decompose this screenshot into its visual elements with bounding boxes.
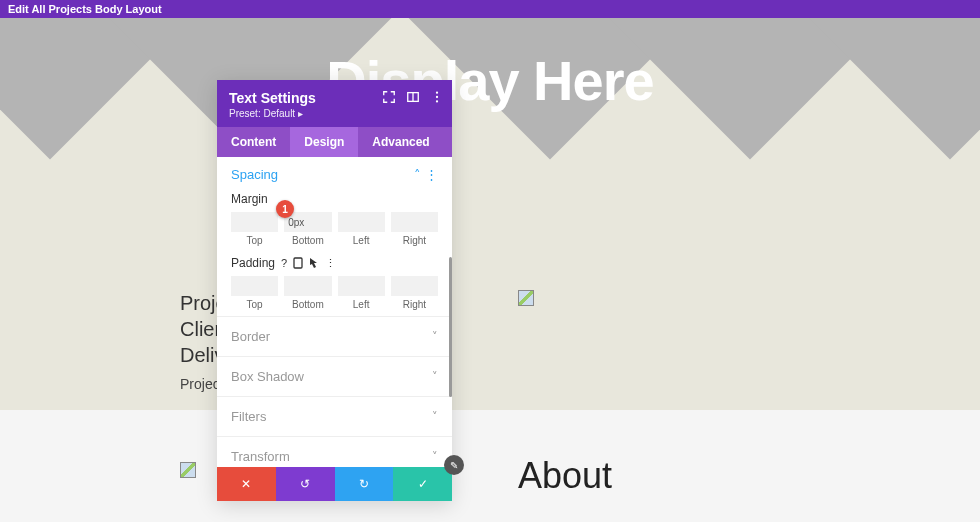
annotation-marker-1: 1 (276, 200, 294, 218)
top-bar-title: Edit All Projects Body Layout (8, 3, 162, 15)
modal-footer: ✕ ↺ ↻ ✓ (217, 467, 452, 501)
padding-top-label: Top (231, 299, 278, 310)
modal-header-icons (382, 90, 444, 104)
padding-top-input[interactable] (231, 276, 278, 296)
chevron-up-icon: ˄ ⋮ (414, 167, 438, 182)
check-icon: ✓ (418, 477, 428, 491)
margin-right-input[interactable] (391, 212, 438, 232)
edit-badge[interactable]: ✎ (444, 455, 464, 475)
hover-icon[interactable] (309, 257, 319, 269)
tab-advanced[interactable]: Advanced (358, 127, 443, 157)
spacing-section-header[interactable]: Spacing ˄ ⋮ (217, 157, 452, 188)
help-icon[interactable]: ? (281, 257, 287, 269)
margin-right-label: Right (391, 235, 438, 246)
padding-right-input[interactable] (391, 276, 438, 296)
box-shadow-label: Box Shadow (231, 369, 304, 384)
padding-bottom-input[interactable] (284, 276, 331, 296)
chevron-down-icon: ˅ (432, 370, 438, 383)
broken-image-icon (518, 290, 534, 306)
margin-left-cell: ⧉ Left (338, 212, 385, 246)
padding-right-label: Right (391, 299, 438, 310)
border-section[interactable]: Border ˅ (217, 316, 452, 356)
modal-preset[interactable]: Preset: Default ▸ (229, 108, 440, 119)
filters-section[interactable]: Filters ˅ (217, 396, 452, 436)
filters-label: Filters (231, 409, 266, 424)
padding-bottom-label: Bottom (284, 299, 331, 310)
preview-icon[interactable] (406, 90, 420, 104)
margin-bottom-label: Bottom (284, 235, 331, 246)
svg-point-4 (436, 100, 438, 102)
margin-bottom-cell: Bottom (284, 212, 331, 246)
mobile-icon[interactable] (293, 257, 303, 269)
chevron-down-icon: ˅ (432, 450, 438, 463)
chevron-down-icon: ˅ (432, 330, 438, 343)
cancel-button[interactable]: ✕ (217, 467, 276, 501)
tab-design[interactable]: Design (290, 127, 358, 157)
transform-label: Transform (231, 449, 290, 464)
margin-left-label: Left (338, 235, 385, 246)
padding-top-cell: ⧉ Top (231, 276, 278, 310)
kebab-icon[interactable]: ⋮ (325, 257, 336, 270)
svg-rect-5 (294, 258, 302, 268)
pencil-icon: ✎ (450, 460, 458, 471)
box-shadow-section[interactable]: Box Shadow ˅ (217, 356, 452, 396)
save-button[interactable]: ✓ (393, 467, 452, 501)
undo-button[interactable]: ↺ (276, 467, 335, 501)
padding-left-cell: ⧉ Left (338, 276, 385, 310)
redo-icon: ↻ (359, 477, 369, 491)
redo-button[interactable]: ↻ (335, 467, 394, 501)
top-bar: Edit All Projects Body Layout (0, 0, 980, 18)
svg-point-2 (436, 91, 438, 93)
undo-icon: ↺ (300, 477, 310, 491)
margin-top-label: Top (231, 235, 278, 246)
padding-label-row: Padding ? ⋮ (217, 252, 452, 274)
chevron-down-icon: ˅ (432, 410, 438, 423)
hero-section: Display Here (0, 18, 980, 248)
modal-tabs: Content Design Advanced (217, 127, 452, 157)
svg-point-3 (436, 96, 438, 98)
padding-bottom-cell: Bottom (284, 276, 331, 310)
spacing-label: Spacing (231, 167, 278, 182)
hero-title: Display Here (0, 48, 980, 113)
text-settings-modal: Text Settings Preset: Default ▸ Content … (217, 80, 452, 501)
padding-left-label: Left (338, 299, 385, 310)
margin-grid: Top Bottom ⧉ Left Right (217, 210, 452, 252)
broken-image-icon (180, 462, 196, 478)
margin-left-input[interactable] (338, 212, 385, 232)
border-label: Border (231, 329, 270, 344)
bottom-strip (0, 410, 980, 522)
about-heading: About (518, 455, 612, 497)
padding-grid: ⧉ Top Bottom ⧉ Left Right (217, 274, 452, 316)
padding-label: Padding (231, 256, 275, 270)
padding-right-cell: Right (391, 276, 438, 310)
transform-section[interactable]: Transform ˅ (217, 436, 452, 467)
margin-top-cell: Top (231, 212, 278, 246)
close-icon: ✕ (241, 477, 251, 491)
expand-icon[interactable] (382, 90, 396, 104)
scrollbar[interactable] (449, 257, 452, 397)
modal-header[interactable]: Text Settings Preset: Default ▸ (217, 80, 452, 127)
margin-label: Margin (217, 188, 452, 210)
margin-top-input[interactable] (231, 212, 278, 232)
modal-panel: Spacing ˄ ⋮ Margin Top Bottom ⧉ Left Rig… (217, 157, 452, 467)
tab-content[interactable]: Content (217, 127, 290, 157)
margin-right-cell: Right (391, 212, 438, 246)
padding-left-input[interactable] (338, 276, 385, 296)
more-icon[interactable] (430, 90, 444, 104)
